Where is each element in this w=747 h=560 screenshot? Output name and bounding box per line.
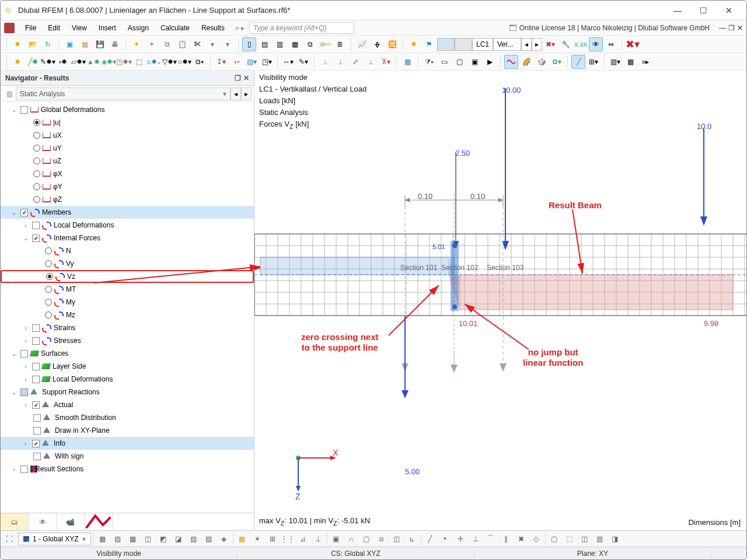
tree-Vz[interactable]: Vz (67, 272, 75, 281)
tree-info[interactable]: Info (54, 439, 65, 447)
grid-face2-icon[interactable]: ▨ (111, 533, 124, 545)
doc-close[interactable]: ✕ (737, 24, 743, 32)
draw-int-icon[interactable]: ✖ (515, 533, 528, 545)
window-layout-3[interactable]: ▥ (273, 37, 287, 51)
tree-u[interactable]: |u| (53, 118, 61, 127)
doc-minimize[interactable]: — (719, 24, 726, 32)
snap-xy-icon[interactable]: ⊿ (296, 533, 309, 545)
tree-surfaces[interactable]: Surfaces (41, 349, 68, 358)
osnap1-icon[interactable]: ▣ (330, 533, 343, 545)
tree-local-def[interactable]: Local Deformations (54, 221, 114, 229)
copy-icon[interactable]: ⧉ (160, 37, 174, 51)
panel-wand-icon[interactable]: ▱✸▾ (71, 55, 85, 69)
close-button[interactable]: ✕ (716, 1, 742, 20)
nav-close-icon[interactable]: ✕ (243, 74, 249, 82)
mesh-icon[interactable]: ▦ (400, 55, 414, 69)
node-wand-icon[interactable]: ✸ (11, 55, 25, 69)
analysis-prev[interactable]: ◂ (231, 88, 241, 100)
tree-stresses[interactable]: Stresses (54, 337, 81, 345)
block-icon[interactable]: ▣ (62, 37, 76, 51)
tree-withsign[interactable]: With sign (55, 452, 83, 460)
coord-system-combo[interactable]: 1 - Global XYZ▾ (18, 533, 91, 545)
result-dice-icon[interactable]: 🎲 (535, 55, 549, 69)
win-icon4[interactable]: ▥ (594, 533, 606, 545)
grid-face9-icon[interactable]: ◈ (218, 533, 231, 545)
win-icon3[interactable]: ◫ (578, 533, 591, 545)
snap-dots-icon[interactable]: ⋮⋮ (281, 533, 294, 545)
tree-phiy[interactable]: φY (53, 183, 62, 191)
edit-wand-icon[interactable]: ✎✸▾ (41, 55, 55, 69)
text-icon[interactable]: ✎▾ (296, 55, 310, 69)
surfload-icon[interactable]: ▤▾ (245, 55, 259, 69)
selectwin-icon[interactable]: ▭ (437, 55, 451, 69)
tree-uy[interactable]: uY (53, 144, 62, 152)
analysis-combo[interactable]: Static Analysis ▾ (16, 88, 231, 100)
model-icon[interactable]: ▦ (78, 37, 92, 51)
tree-smooth[interactable]: Smooth Distribution (55, 414, 116, 422)
results-tree[interactable]: ⌄Global Deformations |u| uX uY uZ φX φY … (1, 102, 254, 513)
tree-drawxy[interactable]: Draw in XY-Plane (55, 426, 110, 435)
dim-icon[interactable]: ↔▾ (281, 55, 295, 69)
win-icon1[interactable]: ▢ (548, 533, 561, 545)
chart3-icon[interactable]: 🔀 (385, 37, 399, 51)
tree-global-deformations[interactable]: Global Deformations (41, 106, 104, 114)
win-icon5[interactable]: ◨ (609, 533, 622, 545)
overflow-icon[interactable]: »▸ (638, 55, 652, 69)
report-icon[interactable]: 🗎 (333, 37, 347, 51)
keyword-search[interactable]: Type a keyword (Alt+Q) (249, 22, 354, 34)
tree-members[interactable]: Members (42, 208, 71, 216)
analysis-next[interactable]: ▸ (241, 88, 252, 100)
menu-assign[interactable]: Assign (122, 23, 155, 33)
osnap3-icon[interactable]: ⦻ (375, 533, 388, 545)
section-wand-icon[interactable]: ⸗✸ (56, 55, 70, 69)
tree-phix[interactable]: φX (53, 170, 62, 178)
cut-icon[interactable]: ✀ (190, 37, 204, 51)
lc-wand-icon[interactable]: ✸ (407, 37, 421, 51)
lc-scale-icon[interactable]: ⇔ (604, 37, 618, 51)
tree-Vy[interactable]: Vy (66, 260, 74, 268)
set-wand-icon[interactable]: ⧉▾ (193, 55, 207, 69)
print-icon[interactable]: 🖶 (108, 37, 122, 51)
result-grid-icon[interactable]: ⊞▾ (587, 55, 601, 69)
undo-icon[interactable]: ✦ (130, 37, 144, 51)
tree-Mz[interactable]: Mz (66, 311, 75, 319)
tree-N[interactable]: N (66, 247, 71, 255)
chart2-icon[interactable]: ᚖ (370, 37, 384, 51)
menu-view[interactable]: View (66, 23, 93, 33)
osnap-magnet-icon[interactable]: ∩ (345, 533, 358, 545)
assembly-icon[interactable]: ⬚ (132, 55, 146, 69)
tree-uz[interactable]: uZ (53, 157, 61, 165)
redo-icon[interactable]: ✦ (145, 37, 159, 51)
menu-insert[interactable]: Insert (93, 23, 122, 33)
forces-icon-3[interactable]: ⤢ (348, 55, 362, 69)
tree-My[interactable]: My (66, 298, 75, 306)
model-viewport[interactable]: Visibility mode LC1 - Vertikallast / Ver… (254, 71, 746, 530)
chart-toggle-icon[interactable]: 📈 (355, 37, 369, 51)
grid-face7-icon[interactable]: ▧ (187, 533, 200, 545)
minimize-button[interactable]: — (665, 1, 690, 20)
member-wand-icon[interactable]: ╱✸ (26, 55, 40, 69)
nav-tab-camera-icon[interactable]: 📹 (57, 513, 85, 530)
osnap2-icon[interactable]: ▢ (360, 533, 373, 545)
tree-phiz[interactable]: φZ (53, 195, 62, 204)
filter-icon[interactable]: ⧩▾ (422, 55, 436, 69)
script-icon[interactable]: ≫sc (318, 37, 332, 51)
tree-local-def2[interactable]: Local Deformations (53, 375, 113, 383)
lc-eye-icon[interactable]: 👁 (589, 37, 603, 51)
tree-support[interactable]: Support Reactions (42, 388, 100, 396)
tree-strains[interactable]: Strains (54, 324, 75, 332)
nav-dock-icon[interactable]: ❐ (235, 74, 241, 82)
snap-ortho-icon[interactable]: ⊥ (312, 533, 324, 545)
tree-result-sections[interactable]: Result Sections (35, 465, 83, 473)
cancel-big-icon[interactable]: ✖▾ (626, 37, 640, 51)
tree-internal-forces[interactable]: Internal Forces (54, 234, 100, 242)
lc-flag-icon[interactable]: ⚑ (422, 37, 436, 51)
link-wand-icon[interactable]: ⎌✸▾ (147, 55, 161, 69)
refresh-icon[interactable]: ↻ (41, 37, 55, 51)
pointload-icon[interactable]: ↧▾ (214, 55, 228, 69)
osnap-perp-icon[interactable]: ⊾ (406, 533, 418, 545)
window-layout-2[interactable]: ▤ (257, 37, 271, 51)
save-icon[interactable]: 💾 (93, 37, 107, 51)
new-icon[interactable]: ✸ (11, 37, 25, 51)
lc-prev-icon[interactable]: ◂ (521, 38, 532, 51)
